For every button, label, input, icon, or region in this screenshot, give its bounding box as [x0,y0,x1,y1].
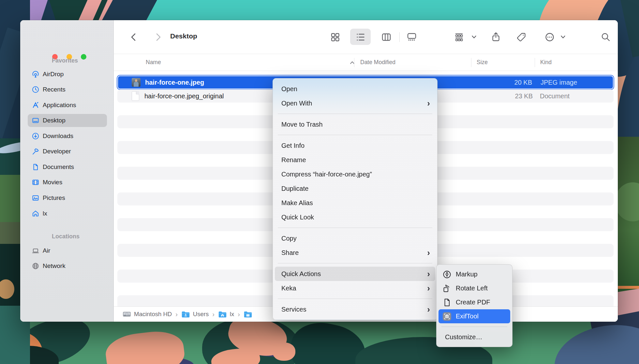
share-button[interactable] [491,32,501,42]
internal-drive-icon [123,310,131,318]
submenu-item-customize[interactable]: Customize… [437,330,512,344]
sidebar-item-label: Developer [43,148,71,155]
group-by-chevron-icon[interactable] [471,35,477,39]
menu-item-compress[interactable]: Compress “hair-force-one.jpeg” [273,167,437,181]
hammer-icon [32,147,39,155]
column-divider[interactable] [354,58,354,67]
blank-document-icon [132,91,139,101]
search-button[interactable] [601,32,611,42]
sidebar-item-network[interactable]: Network [28,259,107,273]
column-header-kind[interactable]: Kind [540,59,552,66]
menu-item-quick-actions[interactable]: Quick Actions› [275,267,435,281]
submenu-chevron-icon: › [427,96,430,110]
column-view-button[interactable] [381,32,392,42]
menu-item-open[interactable]: Open [273,82,437,96]
back-button[interactable] [129,32,139,42]
path-separator: › [175,311,178,318]
sidebar-item-label: Downloads [43,133,73,140]
folder-home-icon [218,310,227,318]
grid-view-button[interactable] [330,32,340,42]
submenu-label: Rotate Left [456,285,488,292]
download-icon [32,132,39,140]
path-item-macintosh-hd[interactable]: Macintosh HD [123,310,172,318]
file-name: hair-force-one.jpeg [145,79,204,86]
applications-icon [32,101,39,109]
submenu-item-exiftool[interactable]: ExifTool [438,309,510,323]
sidebar-item-applications[interactable]: Applications [28,99,107,112]
menu-separator [278,228,432,228]
sidebar-item-developer[interactable]: Developer [28,145,107,158]
toolbar: Desktop [114,20,618,54]
airdrop-icon [32,70,39,78]
menu-item-move-to-trash[interactable]: Move to Trash [273,117,437,132]
menu-item-services[interactable]: Services› [273,302,437,316]
gallery-view-button[interactable] [407,32,417,42]
file-kind: JPEG image [541,79,577,86]
menu-separator [278,299,432,299]
file-size: 23 KB [515,92,533,100]
photo-icon [32,194,39,202]
path-item-folder[interactable] [244,310,255,318]
sidebar-item-downloads[interactable]: Downloads [28,130,107,143]
column-header-name[interactable]: Name [146,59,161,66]
exiftool-camera-icon [442,312,452,321]
menu-item-open-with[interactable]: Open With› [273,96,437,110]
image-thumbnail-icon [132,78,141,87]
menu-item-make-alias[interactable]: Make Alias [273,196,437,210]
sidebar-item-airdrop[interactable]: AirDrop [28,68,107,81]
path-item-lx[interactable]: lx [218,310,234,318]
more-options-button[interactable] [544,32,555,42]
list-view-button[interactable] [355,32,366,42]
folder-icon [244,310,252,318]
submenu-chevron-icon: › [427,267,430,281]
folder-users-icon [181,310,190,318]
column-header-date-modified[interactable]: Date Modified [360,59,395,66]
clock-icon [32,86,39,93]
sidebar-item-label: Movies [43,179,62,186]
menu-item-share[interactable]: Share› [273,245,437,260]
sidebar-item-air[interactable]: Air [28,244,107,257]
menu-item-quick-look[interactable]: Quick Look [273,210,437,224]
path-item-users[interactable]: Users [181,310,209,318]
column-divider[interactable] [471,58,471,67]
menu-item-rename[interactable]: Rename [273,153,437,167]
sidebar-item-label: Pictures [43,194,65,202]
file-name: hair-force-one.jpeg_original [144,92,224,100]
submenu-item-rotate-left[interactable]: Rotate Left [438,281,510,295]
sidebar-item-recents[interactable]: Recents [28,83,107,96]
column-header-size[interactable]: Size [477,59,488,66]
sidebar-item-label: lx [43,210,47,217]
menu-item-keka[interactable]: Keka› [273,281,437,295]
submenu-separator [441,327,507,327]
sidebar-item-movies[interactable]: Movies [28,176,107,189]
more-options-chevron-icon[interactable] [560,35,566,39]
zoom-button[interactable] [81,54,86,60]
sidebar-item-label: AirDrop [43,71,64,78]
forward-button[interactable] [153,32,163,42]
submenu-label: ExifTool [456,313,479,320]
submenu-item-markup[interactable]: Markup [438,267,510,281]
path-label: lx [230,311,234,318]
column-divider[interactable] [535,58,535,67]
tag-button[interactable] [516,32,527,42]
path-label: Users [193,311,209,318]
sidebar-item-pictures[interactable]: Pictures [28,191,107,204]
sidebar-item-label: Desktop [43,117,66,124]
sidebar-item-desktop[interactable]: Desktop [28,114,107,127]
rotate-left-icon [442,284,452,293]
home-icon [32,210,39,217]
sidebar-item-documents[interactable]: Documents [28,161,107,174]
sidebar-item-home-lx[interactable]: lx [28,207,107,220]
column-headers: Name Date Modified Size Kind [114,54,618,71]
sidebar-item-label: Applications [43,102,76,109]
submenu-item-create-pdf[interactable]: Create PDF [438,295,510,309]
group-by-button[interactable] [454,32,464,42]
file-size: 20 KB [514,79,532,86]
context-menu: Open Open With› Move to Trash Get Info R… [273,78,438,320]
menu-item-copy[interactable]: Copy [273,231,437,245]
toolbar-divider [399,32,400,42]
sidebar: Favorites AirDrop Recents Applications D… [20,20,114,322]
menu-item-duplicate[interactable]: Duplicate [273,181,437,196]
menu-separator [278,135,432,135]
menu-item-get-info[interactable]: Get Info [273,138,437,153]
